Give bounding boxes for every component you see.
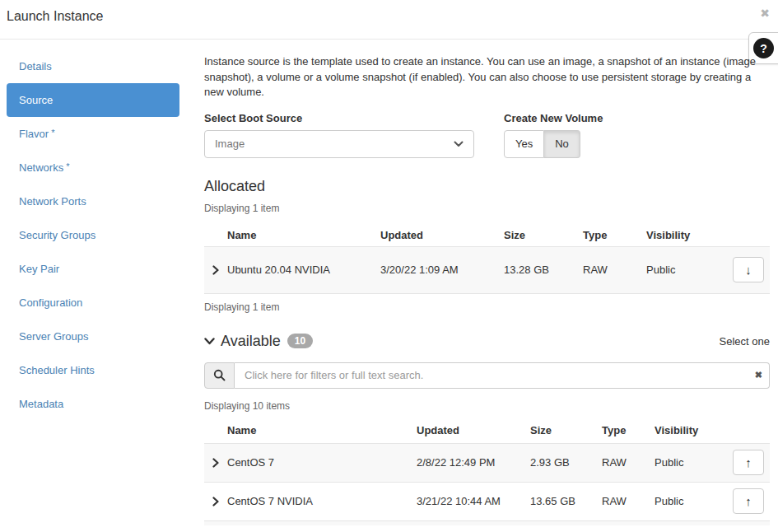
deallocate-button[interactable]: ↓: [733, 257, 764, 282]
create-volume-toggle: Yes No: [504, 130, 580, 158]
row-actions: ↓: [724, 257, 770, 282]
image-updated: 3/21/22 10:44 AM: [417, 495, 530, 507]
expand-row-toggle[interactable]: [204, 458, 227, 468]
available-count: Displaying 10 items: [204, 400, 770, 412]
boot-source-select[interactable]: Image: [204, 130, 474, 158]
image-name: Ubuntu 20.04 NVIDIA: [227, 264, 380, 276]
column-header-type: Type: [583, 229, 646, 241]
create-volume-no-button[interactable]: No: [544, 130, 580, 158]
required-asterisk: *: [51, 128, 54, 138]
chevron-down-icon: [204, 338, 215, 345]
image-size: 2.93 GB: [530, 456, 602, 469]
arrow-down-icon: ↓: [745, 263, 752, 277]
search-icon: [213, 369, 226, 381]
allocated-table-header: Name Updated Size Type Visibility: [204, 225, 770, 246]
image-type: RAW: [602, 495, 655, 507]
chevron-right-icon: [212, 458, 219, 468]
sidebar-item-flavor[interactable]: Flavor*: [7, 117, 179, 151]
sidebar-item-label: Server Groups: [19, 330, 89, 343]
sidebar-item-details[interactable]: Details: [7, 49, 179, 83]
sidebar-item-label: Source: [19, 94, 53, 106]
allocated-count-top: Displaying 1 item: [204, 203, 770, 214]
allocate-button[interactable]: ↑: [733, 488, 764, 514]
create-volume-yes-button[interactable]: Yes: [504, 130, 544, 158]
sidebar-item-label: Networks: [19, 161, 63, 174]
image-search-bar: ✖: [204, 362, 770, 389]
sidebar-item-configuration[interactable]: Configuration: [7, 286, 179, 320]
sidebar-item-server-groups[interactable]: Server Groups: [7, 320, 179, 353]
search-button[interactable]: [204, 362, 235, 389]
sidebar-item-security-groups[interactable]: Security Groups: [7, 218, 179, 252]
chevron-right-icon: [212, 497, 219, 506]
boot-source-field: Select Boot Source Image: [204, 112, 504, 158]
page-title: Launch Instance: [7, 9, 103, 24]
column-header-updated: Updated: [417, 424, 530, 436]
image-visibility: Public: [655, 495, 724, 507]
create-volume-label: Create New Volume: [504, 112, 603, 124]
boot-source-value: Image: [215, 138, 454, 150]
image-name: CentOS 7 NVIDIA: [227, 495, 417, 507]
table-row: CentOS 7 2/8/22 12:49 PM 2.93 GB RAW Pub…: [204, 443, 770, 482]
image-visibility: Public: [655, 456, 724, 469]
column-header-size: Size: [504, 229, 583, 241]
image-updated: 3/20/22 1:09 AM: [380, 264, 504, 276]
image-type: RAW: [583, 264, 646, 276]
sidebar-item-label: Details: [19, 60, 52, 72]
sidebar-item-networks[interactable]: Networks*: [7, 151, 179, 184]
expand-row-toggle[interactable]: [204, 265, 227, 275]
sidebar-item-label: Metadata: [19, 398, 63, 410]
image-updated: 2/8/22 12:49 PM: [417, 456, 530, 469]
column-header-visibility: Visibility: [655, 424, 724, 436]
expand-row-toggle[interactable]: [204, 497, 227, 506]
table-row: Ubuntu 20.04 NVIDIA 3/20/22 1:09 AM 13.2…: [204, 246, 770, 294]
chevron-down-icon: [454, 141, 464, 147]
image-size: 13.65 GB: [530, 495, 602, 507]
clear-search-icon[interactable]: ✖: [755, 370, 762, 380]
allocate-button[interactable]: ↑: [733, 450, 764, 475]
boot-source-label: Select Boot Source: [204, 112, 504, 124]
sidebar-item-label: Scheduler Hints: [19, 364, 95, 376]
sidebar-item-label: Key Pair: [19, 263, 59, 275]
column-header-name: Name: [227, 424, 417, 436]
sidebar-item-key-pair[interactable]: Key Pair: [7, 252, 179, 286]
available-section-title: Available: [221, 333, 281, 350]
table-row-partial: [204, 520, 770, 525]
row-actions: ↑: [724, 488, 770, 514]
image-size: 13.28 GB: [504, 264, 583, 276]
column-header-size: Size: [530, 424, 602, 436]
source-step-panel: Instance source is the template used to …: [204, 49, 770, 525]
sidebar-item-metadata[interactable]: Metadata: [7, 387, 179, 421]
close-icon[interactable]: ✖: [760, 7, 770, 20]
allocated-table: Name Updated Size Type Visibility Ubuntu…: [204, 225, 770, 294]
search-input[interactable]: [235, 362, 770, 389]
select-one-hint: Select one: [720, 335, 770, 348]
image-type: RAW: [602, 456, 655, 469]
collapse-available-toggle[interactable]: [204, 338, 215, 345]
sidebar-item-network-ports[interactable]: Network Ports: [7, 184, 179, 218]
allocated-section-title: Allocated: [204, 178, 770, 195]
image-name: CentOS 7: [227, 456, 417, 469]
available-table-header: Name Updated Size Type Visibility: [204, 418, 770, 443]
arrow-up-icon: ↑: [745, 494, 752, 508]
sidebar-item-label: Network Ports: [19, 195, 86, 208]
allocated-count-bottom: Displaying 1 item: [204, 301, 770, 313]
column-header-visibility: Visibility: [646, 229, 724, 241]
source-description: Instance source is the template used to …: [204, 54, 770, 100]
available-table: Name Updated Size Type Visibility CentOS…: [204, 418, 770, 525]
wizard-sidebar: Details Source Flavor* Networks* Network…: [7, 49, 179, 421]
required-asterisk: *: [66, 161, 69, 171]
column-header-updated: Updated: [380, 229, 504, 241]
column-header-name: Name: [227, 229, 380, 241]
sidebar-item-label: Flavor: [19, 128, 49, 140]
image-visibility: Public: [646, 264, 724, 276]
table-row: CentOS 7 NVIDIA 3/21/22 10:44 AM 13.65 G…: [204, 482, 770, 520]
column-header-type: Type: [602, 424, 655, 436]
sidebar-item-scheduler-hints[interactable]: Scheduler Hints: [7, 353, 179, 387]
modal-header: Launch Instance ✖: [0, 0, 778, 40]
sidebar-item-source[interactable]: Source: [7, 83, 179, 117]
chevron-right-icon: [212, 265, 219, 275]
row-actions: ↑: [724, 450, 770, 475]
boot-source-form-row: Select Boot Source Image Create New Volu…: [204, 112, 770, 158]
arrow-up-icon: ↑: [745, 455, 752, 469]
available-count-badge: 10: [287, 334, 313, 348]
